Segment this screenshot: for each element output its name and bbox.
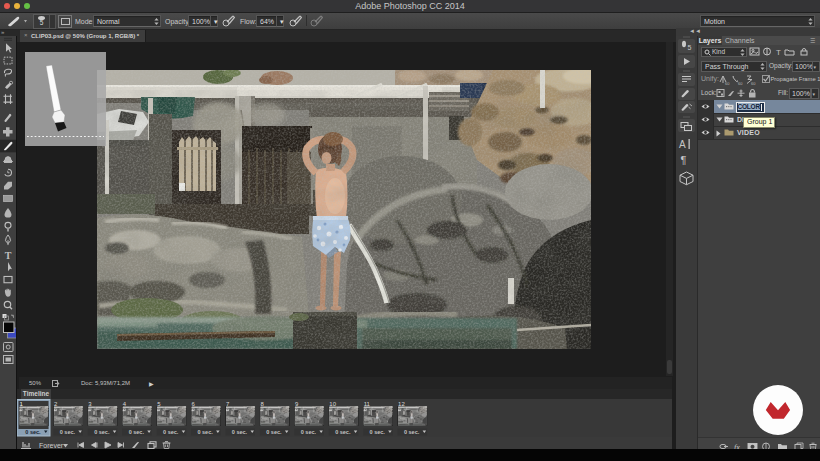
svg-text:12: 12: [398, 401, 405, 407]
svg-text:T: T: [5, 250, 12, 261]
svg-text:3: 3: [88, 401, 92, 407]
svg-text:5: 5: [688, 44, 692, 51]
svg-text:9: 9: [295, 401, 299, 407]
svg-text:0 sec.: 0 sec.: [163, 429, 179, 435]
svg-text:5: 5: [157, 401, 161, 407]
svg-text:7: 7: [226, 401, 230, 407]
svg-text:0 sec.: 0 sec.: [129, 429, 145, 435]
svg-text:0 sec.: 0 sec.: [94, 429, 110, 435]
svg-text:¶: ¶: [681, 154, 687, 166]
svg-text:60: 60: [738, 81, 743, 86]
svg-text:0 sec.: 0 sec.: [301, 429, 317, 435]
svg-text:0 sec.: 0 sec.: [370, 429, 386, 435]
svg-text:0 sec.: 0 sec.: [197, 429, 213, 435]
svg-text:11: 11: [364, 401, 371, 407]
svg-text:60: 60: [725, 81, 730, 86]
svg-text:10: 10: [329, 401, 336, 407]
svg-text:0 sec.: 0 sec.: [335, 429, 351, 435]
svg-text:0 sec.: 0 sec.: [25, 429, 41, 435]
svg-text:A: A: [679, 139, 686, 150]
svg-text:Forever: Forever: [39, 442, 64, 449]
svg-text:2: 2: [54, 401, 58, 407]
svg-text:6: 6: [192, 401, 196, 407]
svg-text:60: 60: [751, 81, 756, 86]
svg-text:0 sec.: 0 sec.: [404, 429, 420, 435]
svg-text:T: T: [776, 47, 781, 56]
svg-text:8: 8: [260, 401, 264, 407]
svg-text:0 sec.: 0 sec.: [60, 429, 76, 435]
svg-text:4: 4: [123, 401, 127, 407]
svg-text:0 sec.: 0 sec.: [232, 429, 248, 435]
svg-text:0 sec.: 0 sec.: [266, 429, 282, 435]
